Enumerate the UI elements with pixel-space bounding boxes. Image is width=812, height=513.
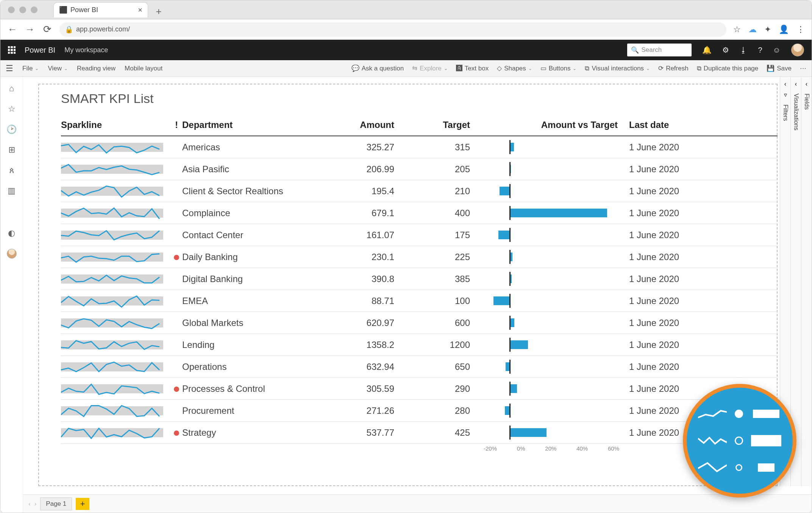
department-cell: Daily Banking	[182, 252, 334, 262]
department-cell: Processes & Control	[182, 384, 334, 394]
view-menu[interactable]: View ⌄	[48, 65, 68, 72]
user-avatar[interactable]	[791, 44, 804, 56]
recent-icon[interactable]: 🕑	[6, 125, 17, 134]
axis-tick: 0%	[517, 445, 525, 452]
workspaces-icon[interactable]: ▥	[8, 186, 16, 196]
lastdate-cell: 1 June 2020	[621, 164, 778, 175]
table-row[interactable]: EMEA 88.71 100 1 June 2020	[61, 290, 778, 312]
col-department[interactable]: Department	[182, 120, 334, 130]
apps-icon[interactable]: ⊞	[8, 145, 15, 155]
more-icon[interactable]: ⋯	[800, 64, 806, 72]
browser-menu-icon[interactable]: ⋮	[796, 25, 805, 34]
col-lastdate[interactable]: Last date	[621, 120, 778, 130]
traffic-min[interactable]	[19, 6, 26, 13]
help-icon[interactable]: ?	[758, 46, 762, 55]
alert-cell	[171, 427, 182, 438]
lastdate-cell: 1 June 2020	[621, 362, 778, 372]
duplicate-page-button[interactable]: ⧉ Duplicate this page	[697, 65, 759, 72]
add-page-button[interactable]: +	[76, 498, 89, 510]
sparkline-cell	[61, 249, 163, 265]
search-placeholder: Search	[641, 46, 662, 54]
table-row[interactable]: Asia Pasific 206.99 205 1 June 2020	[61, 158, 778, 180]
address-bar[interactable]: 🔒 app.powerbi.com/	[59, 22, 726, 37]
table-row[interactable]: Operations 632.94 650 1 June 2020	[61, 356, 778, 378]
sparkline-cell	[61, 205, 163, 221]
close-tab-icon[interactable]: ×	[138, 6, 142, 14]
table-row[interactable]: Lending 1358.2 1200 1 June 2020	[61, 334, 778, 356]
col-amount[interactable]: Amount	[334, 120, 406, 130]
star-icon[interactable]: ☆	[733, 25, 741, 34]
reload-button[interactable]: ⟳	[42, 23, 53, 35]
textbox-button[interactable]: 🅰 Text box	[456, 65, 489, 72]
axis-tick: 20%	[545, 445, 556, 452]
mobile-layout-button[interactable]: Mobile layout	[125, 65, 162, 72]
lastdate-cell: 1 June 2020	[621, 142, 778, 153]
vs-target-cell	[481, 202, 621, 224]
lastdate-cell: 1 June 2020	[621, 340, 778, 350]
axis-tick: 40%	[576, 445, 588, 452]
page-tab-1[interactable]: Page 1	[40, 497, 72, 510]
workspace-label[interactable]: My workspace	[64, 46, 108, 54]
shapes-button[interactable]: ◇ Shapes ⌄	[497, 64, 532, 72]
feedback-icon[interactable]: ☺	[773, 46, 781, 55]
sparkline-cell	[61, 183, 163, 200]
department-cell: Procurement	[182, 405, 334, 416]
table-row[interactable]: Complaince 679.1 400 1 June 2020	[61, 202, 778, 224]
extensions-icon[interactable]: ✦	[764, 25, 771, 34]
prev-page-button[interactable]: ‹	[28, 500, 31, 508]
amount-cell: 632.94	[334, 362, 406, 372]
refresh-button[interactable]: ⟳ Refresh	[658, 64, 689, 72]
my-workspace-icon[interactable]	[7, 249, 17, 259]
traffic-max[interactable]	[31, 6, 37, 13]
app-launcher-icon[interactable]	[8, 46, 16, 54]
brand-label[interactable]: Power BI	[25, 46, 55, 55]
notifications-icon[interactable]: 🔔	[702, 45, 712, 55]
target-cell: 400	[406, 208, 481, 218]
home-icon[interactable]: ⌂	[9, 84, 14, 94]
table-row[interactable]: Contact Center 161.07 175 1 June 2020	[61, 224, 778, 246]
download-icon[interactable]: ⭳	[740, 46, 747, 55]
search-icon: 🔍	[631, 46, 639, 54]
next-page-button[interactable]: ›	[34, 500, 37, 508]
favorites-icon[interactable]: ☆	[8, 104, 16, 114]
deployment-icon[interactable]: ◐	[8, 228, 15, 238]
file-menu[interactable]: File ⌄	[22, 65, 39, 72]
back-button[interactable]: ←	[7, 23, 18, 35]
department-cell: EMEA	[182, 296, 334, 306]
url-text: app.powerbi.com/	[76, 25, 130, 33]
table-row[interactable]: Processes & Control 305.59 290 1 June 20…	[61, 378, 778, 400]
reading-view-button[interactable]: Reading view	[77, 65, 116, 72]
sparkline-cell	[61, 227, 163, 243]
explore-button[interactable]: ⇆ Explore ⌄	[412, 64, 448, 72]
visual-interactions-button[interactable]: ⧉ Visual interactions ⌄	[585, 65, 650, 72]
table-row[interactable]: Client & Sector Realtions 195.4 210 1 Ju…	[61, 180, 778, 202]
fields-pane[interactable]: ‹ Fields	[801, 77, 812, 486]
table-row[interactable]: Daily Banking 230.1 225 1 June 2020	[61, 246, 778, 268]
table-row[interactable]: Global Markets 620.97 600 1 June 2020	[61, 312, 778, 334]
ask-question-button[interactable]: 💬 Ask a question	[351, 64, 404, 72]
table-row[interactable]: Digital Banking 390.8 385 1 June 2020	[61, 268, 778, 290]
search-input[interactable]: 🔍 Search	[627, 44, 692, 56]
vs-target-cell	[481, 180, 621, 202]
browser-tab[interactable]: ⬛ Power BI ×	[53, 2, 148, 17]
table-row[interactable]: Strategy 537.77 425 1 June 2020	[61, 422, 778, 444]
shared-icon[interactable]: ጰ	[9, 165, 14, 175]
new-tab-button[interactable]: +	[152, 6, 166, 17]
table-row[interactable]: Americas 325.27 315 1 June 2020	[61, 136, 778, 158]
cloud-icon[interactable]: ☁	[748, 25, 757, 34]
save-button[interactable]: 💾 Save	[767, 64, 792, 72]
department-cell: Complaince	[182, 208, 334, 218]
badge-dot-filled-icon	[735, 410, 743, 418]
hamburger-icon[interactable]: ☰	[6, 64, 13, 73]
col-sparkline[interactable]: Sparkline	[61, 120, 171, 130]
settings-icon[interactable]: ⚙	[722, 45, 729, 55]
profile-icon[interactable]: 👤	[779, 25, 789, 34]
forward-button[interactable]: →	[25, 23, 35, 35]
buttons-button[interactable]: ▭ Buttons ⌄	[540, 64, 577, 72]
col-target[interactable]: Target	[406, 120, 481, 130]
col-alert[interactable]: !	[171, 120, 182, 130]
traffic-close[interactable]	[8, 6, 15, 13]
table-row[interactable]: Procurement 271.26 280 1 June 2020	[61, 400, 778, 422]
col-vs[interactable]: Amount vs Target	[481, 120, 621, 130]
lastdate-cell: 1 June 2020	[621, 252, 778, 262]
